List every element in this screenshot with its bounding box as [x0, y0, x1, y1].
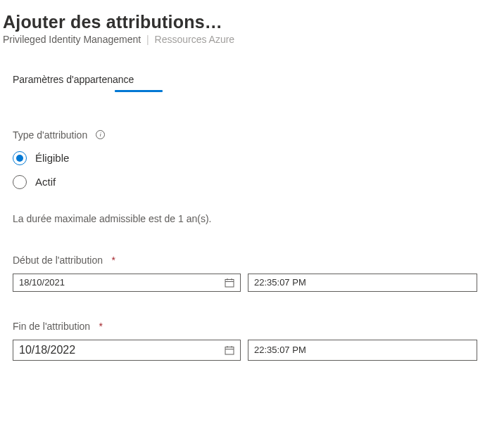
tab-underline — [115, 90, 163, 92]
radio-label-eligible: Éligible — [35, 152, 69, 164]
radio-indicator-icon — [13, 175, 27, 189]
info-icon[interactable]: i — [96, 130, 105, 139]
start-date-input[interactable] — [13, 274, 241, 292]
start-label: Début de l'attribution — [13, 255, 103, 266]
duration-hint: La durée maximale admissible est de 1 an… — [13, 213, 504, 224]
breadcrumb-primary: Privileged Identity Management — [3, 34, 141, 45]
attribution-type-text: Type d'attribution — [13, 129, 87, 141]
radio-option-active[interactable]: Actif — [13, 175, 504, 189]
breadcrumb-separator: | — [146, 34, 149, 45]
svg-rect-0 — [225, 279, 234, 287]
end-time-field[interactable] — [254, 345, 471, 355]
start-label-row: Début de l'attribution * — [13, 254, 504, 266]
start-time-field[interactable] — [254, 277, 471, 288]
page-title: Ajouter des attributions… — [3, 12, 504, 32]
tab-label: Paramètres d'appartenance — [13, 74, 134, 85]
start-date-field[interactable] — [19, 277, 220, 288]
required-star-icon: * — [111, 255, 115, 266]
radio-indicator-icon — [13, 151, 27, 165]
breadcrumb-secondary: Ressources Azure — [155, 34, 235, 45]
svg-rect-4 — [225, 347, 234, 354]
end-label: Fin de l'attribution — [13, 321, 90, 332]
radio-label-active: Actif — [35, 176, 56, 188]
breadcrumb: Privileged Identity Management | Ressour… — [3, 34, 504, 45]
end-date-input[interactable] — [13, 340, 241, 361]
attribution-type-label: Type d'attribution i — [13, 129, 105, 141]
start-time-input[interactable] — [248, 274, 477, 292]
required-star-icon: * — [99, 321, 103, 332]
tab-membership-settings[interactable]: Paramètres d'appartenance — [13, 73, 504, 86]
calendar-icon[interactable] — [225, 278, 234, 288]
radio-option-eligible[interactable]: Éligible — [13, 151, 504, 165]
attribution-type-radio-group: Éligible Actif — [13, 151, 504, 189]
end-label-row: Fin de l'attribution * — [13, 320, 504, 333]
calendar-icon[interactable] — [225, 345, 234, 355]
end-date-field[interactable] — [19, 344, 220, 356]
end-time-input[interactable] — [248, 340, 477, 361]
